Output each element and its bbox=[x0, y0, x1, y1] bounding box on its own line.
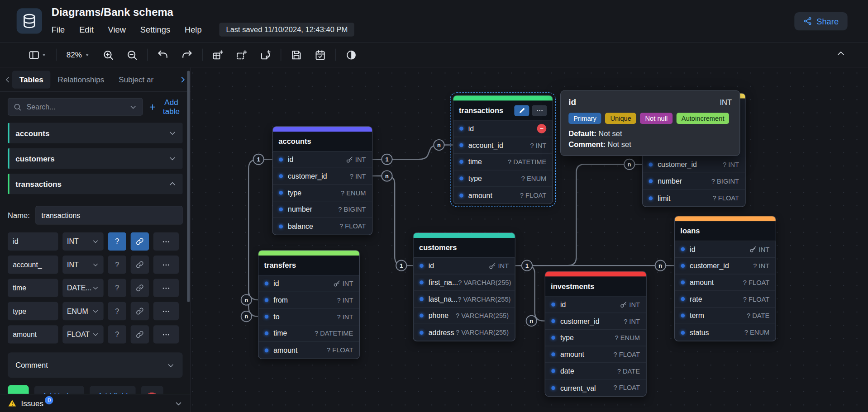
tabs-scroll-left-icon[interactable] bbox=[3, 75, 12, 84]
zoom-out-button[interactable] bbox=[124, 46, 141, 63]
field-options-button[interactable] bbox=[153, 325, 179, 343]
redo-button[interactable] bbox=[178, 46, 196, 63]
table-field-row[interactable]: to? INT bbox=[258, 309, 359, 326]
issues-bar[interactable]: Issues 0 bbox=[0, 394, 191, 412]
menu-file[interactable]: File bbox=[52, 24, 65, 34]
field-nullable-toggle[interactable]: ? bbox=[108, 256, 126, 274]
table-field-row[interactable]: idINT bbox=[258, 275, 359, 292]
table-field-row[interactable]: idINT bbox=[545, 297, 646, 313]
table-field-row[interactable]: type? ENUM bbox=[545, 330, 646, 346]
save-button[interactable] bbox=[288, 46, 305, 63]
sidebar-scrollbar[interactable] bbox=[187, 71, 190, 302]
field-nullable-toggle[interactable]: ? bbox=[108, 302, 126, 320]
field-key-toggle[interactable] bbox=[131, 279, 149, 297]
field-name-chip[interactable]: id bbox=[8, 232, 58, 251]
collapse-toolbar-button[interactable] bbox=[836, 49, 846, 61]
table-field-row[interactable]: from? INT bbox=[258, 292, 359, 309]
add-table-button[interactable] bbox=[209, 46, 226, 63]
table-field-row[interactable]: customer_id? INT bbox=[675, 258, 776, 275]
table-field-row[interactable]: number? BIGINT bbox=[643, 173, 745, 190]
table-field-row[interactable]: amount? FLOAT bbox=[453, 187, 553, 204]
field-name-chip[interactable]: type bbox=[8, 302, 58, 320]
table-name-input[interactable] bbox=[35, 206, 183, 225]
table-field-row[interactable]: amount? FLOAT bbox=[675, 275, 776, 291]
zoom-level-dropdown[interactable]: 82% bbox=[64, 47, 93, 62]
table-field-row[interactable]: id bbox=[453, 121, 553, 137]
menu-help[interactable]: Help bbox=[185, 24, 202, 34]
field-type-dropdown[interactable]: FLOAT bbox=[62, 325, 104, 343]
table-field-row[interactable]: amount? FLOAT bbox=[258, 342, 359, 359]
relationship-line[interactable] bbox=[515, 265, 545, 321]
field-type-dropdown[interactable]: INT bbox=[62, 232, 104, 251]
field-options-button[interactable] bbox=[153, 256, 179, 274]
tabs-scroll-right-icon[interactable] bbox=[178, 75, 187, 84]
menu-view[interactable]: View bbox=[108, 24, 126, 34]
table-field-row[interactable]: limit? FLOAT bbox=[643, 190, 745, 207]
share-button[interactable]: Share bbox=[794, 12, 847, 30]
field-name-chip[interactable]: time bbox=[8, 279, 58, 297]
table-field-row[interactable]: account_id? INT bbox=[453, 137, 553, 154]
field-key-toggle[interactable] bbox=[131, 325, 149, 343]
search-dropdown-icon[interactable] bbox=[129, 103, 137, 111]
add-area-button[interactable] bbox=[233, 46, 250, 63]
field-type-dropdown[interactable]: ENUM bbox=[62, 302, 104, 320]
field-nullable-toggle[interactable]: ? bbox=[108, 232, 126, 251]
delete-field-button[interactable] bbox=[537, 124, 547, 133]
accordion-item-accounts[interactable]: accounts bbox=[8, 123, 183, 143]
accordion-item-transactions[interactable]: transactions bbox=[8, 174, 183, 194]
tab-tables[interactable]: Tables bbox=[12, 71, 51, 88]
table-field-row[interactable]: balance? FLOAT bbox=[273, 218, 372, 235]
field-key-toggle[interactable] bbox=[131, 302, 149, 320]
field-options-button[interactable] bbox=[153, 279, 179, 297]
table-field-row[interactable]: time? DATETIME bbox=[258, 325, 359, 342]
table-field-row[interactable]: customer_id? INT bbox=[643, 156, 745, 173]
field-options-button[interactable] bbox=[153, 232, 179, 251]
relationship-line[interactable] bbox=[372, 176, 413, 265]
field-key-toggle[interactable] bbox=[131, 232, 149, 251]
table-card-accounts[interactable]: accountsidINTcustomer_id? INTtype? ENUMn… bbox=[272, 126, 372, 235]
tab-relationships[interactable]: Relationships bbox=[51, 71, 112, 88]
table-card-customers[interactable]: customersidINTfirst_na...? VARCHAR(255)l… bbox=[413, 232, 515, 341]
field-type-dropdown[interactable]: INT bbox=[62, 256, 104, 274]
field-name-chip[interactable]: account_ bbox=[8, 256, 58, 274]
menu-settings[interactable]: Settings bbox=[140, 24, 170, 34]
table-field-row[interactable]: address? VARCHAR(255) bbox=[414, 324, 515, 341]
comment-section[interactable]: Comment bbox=[8, 352, 183, 378]
field-name-chip[interactable]: amount bbox=[8, 325, 58, 343]
table-field-row[interactable]: idINT bbox=[414, 258, 515, 275]
table-field-row[interactable]: customer_id? INT bbox=[273, 168, 372, 185]
zoom-in-button[interactable] bbox=[100, 46, 117, 63]
table-field-row[interactable]: last_na...? VARCHAR(255) bbox=[414, 291, 515, 308]
table-card-transactions[interactable]: transactionsidaccount_id? INTtime? DATET… bbox=[453, 95, 553, 204]
calendar-check-button[interactable] bbox=[312, 46, 329, 63]
undo-button[interactable] bbox=[154, 46, 172, 63]
table-more-button[interactable] bbox=[532, 105, 547, 116]
table-field-row[interactable]: idINT bbox=[273, 152, 372, 168]
field-options-button[interactable] bbox=[153, 302, 179, 320]
tab-subject-areas[interactable]: Subject ar bbox=[111, 71, 161, 88]
field-nullable-toggle[interactable]: ? bbox=[108, 325, 126, 343]
table-field-row[interactable]: first_na...? VARCHAR(255) bbox=[414, 275, 515, 291]
field-key-toggle[interactable] bbox=[131, 256, 149, 274]
table-field-row[interactable]: type? ENUM bbox=[273, 185, 372, 202]
table-edit-button[interactable] bbox=[514, 105, 529, 116]
table-card-transfers[interactable]: transfersidINTfrom? INTto? INTtime? DATE… bbox=[258, 250, 360, 359]
table-card-loans[interactable]: loansidINTcustomer_id? INTamount? FLOATr… bbox=[674, 216, 776, 341]
search-input[interactable] bbox=[25, 102, 125, 112]
table-field-row[interactable]: type? ENUM bbox=[453, 170, 553, 187]
table-field-row[interactable]: status? ENUM bbox=[675, 324, 776, 341]
chevron-down-icon[interactable] bbox=[174, 399, 182, 407]
layout-button[interactable] bbox=[25, 46, 50, 63]
table-field-row[interactable]: amount? FLOAT bbox=[545, 346, 646, 363]
table-field-row[interactable]: current_val? FLOAT bbox=[545, 379, 646, 396]
app-logo[interactable] bbox=[17, 8, 42, 33]
search-box[interactable] bbox=[8, 98, 143, 116]
theme-button[interactable] bbox=[343, 46, 360, 63]
field-nullable-toggle[interactable]: ? bbox=[108, 279, 126, 297]
table-card-investments[interactable]: investmentsidINTcustomer_id? INTtype? EN… bbox=[545, 271, 647, 397]
table-field-row[interactable]: customer_id? INT bbox=[545, 313, 646, 330]
field-type-dropdown[interactable]: DATE... bbox=[62, 279, 104, 297]
table-field-row[interactable]: rate? FLOAT bbox=[675, 291, 776, 308]
accordion-item-customers[interactable]: customers bbox=[8, 148, 183, 169]
table-field-row[interactable]: time? DATETIME bbox=[453, 154, 553, 170]
